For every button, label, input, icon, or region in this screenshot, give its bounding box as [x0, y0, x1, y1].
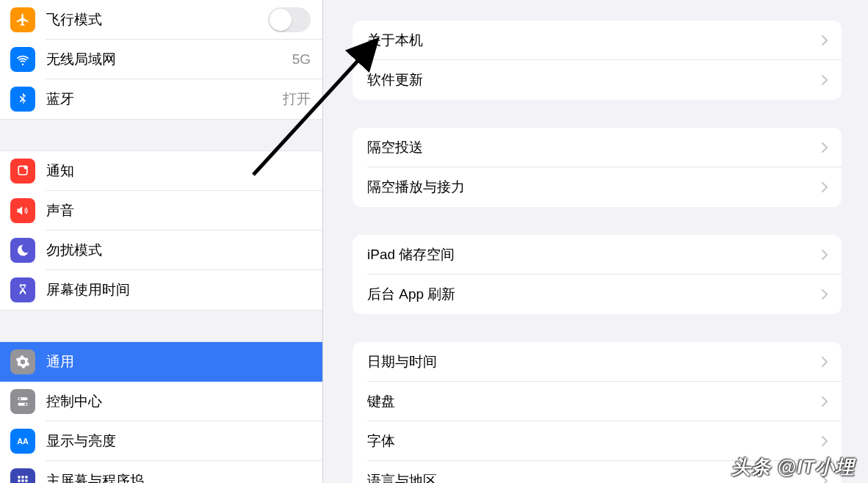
airplay-label: 隔空播放与接力: [367, 178, 821, 197]
sidebar-item-bluetooth[interactable]: 蓝牙 打开: [0, 79, 322, 119]
svg-rect-11: [21, 479, 23, 482]
gear-icon: [10, 349, 35, 374]
detail-item-airplay[interactable]: 隔空播放与接力: [352, 167, 842, 207]
moon-icon: [10, 238, 35, 263]
display-label: 显示与亮度: [46, 432, 311, 451]
sidebar-item-sound[interactable]: 声音: [0, 191, 322, 230]
aa-icon: AA: [10, 429, 35, 454]
svg-point-1: [24, 166, 28, 170]
detail-item-software-update[interactable]: 软件更新: [352, 60, 842, 100]
chevron-right-icon: [821, 249, 828, 261]
bluetooth-label: 蓝牙: [46, 90, 278, 109]
bell-icon: [10, 159, 35, 184]
general-label: 通用: [46, 352, 311, 371]
detail-group-storage: iPad 储存空间 后台 App 刷新: [352, 235, 842, 314]
sidebar-item-display[interactable]: AA 显示与亮度: [0, 421, 322, 461]
about-label: 关于本机: [367, 31, 821, 50]
keyboard-label: 键盘: [367, 392, 821, 411]
homescreen-label: 主屏幕与程序坞: [46, 471, 311, 483]
sidebar-item-dnd[interactable]: 勿扰模式: [0, 230, 322, 270]
speaker-icon: [10, 198, 35, 223]
svg-rect-8: [21, 476, 23, 478]
datetime-label: 日期与时间: [367, 352, 821, 371]
chevron-right-icon: [821, 34, 828, 46]
chevron-right-icon: [821, 435, 828, 447]
airplane-label: 飞行模式: [46, 10, 268, 29]
storage-label: iPad 储存空间: [367, 245, 821, 264]
detail-group-airdrop: 隔空投送 隔空播放与接力: [352, 128, 842, 207]
detail-item-keyboard[interactable]: 键盘: [352, 382, 842, 421]
detail-item-background-refresh[interactable]: 后台 App 刷新: [352, 275, 842, 314]
software-update-label: 软件更新: [367, 70, 821, 90]
sidebar-item-notifications[interactable]: 通知: [0, 151, 322, 191]
wifi-icon: [10, 47, 35, 72]
svg-point-3: [19, 398, 21, 400]
sidebar-item-airplane[interactable]: 飞行模式: [0, 0, 322, 40]
bluetooth-icon: [10, 87, 35, 112]
chevron-right-icon: [821, 396, 828, 407]
grid-icon: [10, 468, 35, 483]
control-center-label: 控制中心: [46, 392, 311, 411]
detail-item-datetime[interactable]: 日期与时间: [352, 342, 842, 382]
chevron-right-icon: [821, 356, 828, 368]
detail-item-about[interactable]: 关于本机: [352, 21, 842, 60]
wifi-detail: 5G: [292, 51, 311, 68]
detail-pane: 关于本机 软件更新 隔空投送 隔空播放与接力 iPad 储存空间: [323, 0, 868, 483]
svg-point-5: [24, 403, 26, 405]
sidebar-item-general[interactable]: 通用: [0, 342, 322, 382]
settings-sidebar: 飞行模式 无线局域网 5G 蓝牙 打开: [0, 0, 323, 483]
sidebar-group-general: 通用 控制中心 AA 显示与亮度 主屏幕与程序坞: [0, 341, 322, 483]
sound-label: 声音: [46, 201, 311, 220]
wifi-label: 无线局域网: [46, 50, 288, 69]
sidebar-item-screentime[interactable]: 屏幕使用时间: [0, 270, 322, 310]
chevron-right-icon: [821, 142, 828, 153]
svg-rect-10: [18, 479, 20, 482]
sidebar-item-control-center[interactable]: 控制中心: [0, 382, 322, 421]
sidebar-group-notifications: 通知 声音 勿扰模式 屏幕使用时间: [0, 150, 322, 310]
bluetooth-detail: 打开: [283, 90, 311, 109]
background-refresh-label: 后台 App 刷新: [367, 285, 821, 304]
svg-rect-12: [25, 479, 27, 482]
detail-group-about: 关于本机 软件更新: [352, 21, 842, 100]
fonts-label: 字体: [367, 432, 821, 451]
switches-icon: [10, 389, 35, 414]
svg-rect-7: [18, 476, 20, 478]
sidebar-item-wifi[interactable]: 无线局域网 5G: [0, 40, 322, 79]
sidebar-item-homescreen[interactable]: 主屏幕与程序坞: [0, 461, 322, 483]
airplane-toggle[interactable]: [268, 7, 311, 32]
chevron-right-icon: [821, 74, 828, 86]
airdrop-label: 隔空投送: [367, 138, 821, 157]
airplane-icon: [10, 7, 35, 32]
notifications-label: 通知: [46, 161, 311, 181]
screentime-label: 屏幕使用时间: [46, 280, 311, 299]
detail-item-airdrop[interactable]: 隔空投送: [352, 128, 842, 167]
detail-item-storage[interactable]: iPad 储存空间: [352, 235, 842, 275]
sidebar-group-network: 飞行模式 无线局域网 5G 蓝牙 打开: [0, 0, 322, 120]
hourglass-icon: [10, 277, 35, 302]
dnd-label: 勿扰模式: [46, 241, 311, 260]
svg-text:AA: AA: [17, 437, 29, 446]
chevron-right-icon: [821, 288, 828, 300]
chevron-right-icon: [821, 181, 828, 193]
watermark-text: 头条 @IT小埋: [731, 454, 855, 480]
svg-rect-9: [25, 476, 27, 478]
